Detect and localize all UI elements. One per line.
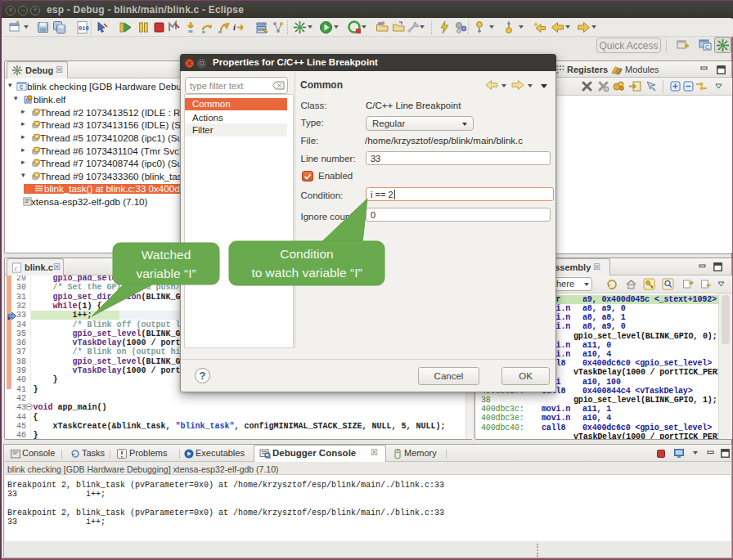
svg-text:C: C: [20, 84, 24, 91]
svg-text:c: c: [15, 265, 18, 272]
svg-text:i: i: [233, 22, 236, 32]
svg-text:010: 010: [79, 25, 89, 32]
svg-text:C: C: [705, 44, 709, 50]
svg-text:10: 10: [25, 98, 30, 103]
